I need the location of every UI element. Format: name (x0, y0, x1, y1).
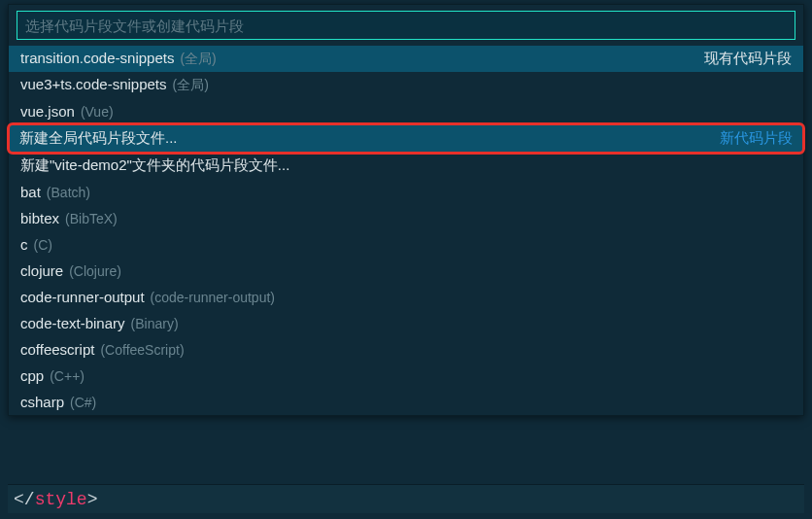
list-item-detail: (Binary) (131, 316, 179, 331)
code-line: </style> (14, 490, 97, 509)
list-item-detail: (C++) (50, 368, 85, 384)
list-item-right: 现有代码片段 (704, 50, 792, 68)
list-item-left: cpp(C++) (20, 367, 85, 384)
search-input[interactable] (17, 11, 795, 40)
list-item[interactable]: c(C) (9, 231, 803, 258)
list-item-label: csharp (20, 394, 64, 410)
list-item-detail: (Vue) (81, 104, 114, 120)
list-item[interactable]: coffeescript(CoffeeScript) (9, 336, 803, 363)
list-item[interactable]: 新建全局代码片段文件...新代码片段 (7, 122, 805, 155)
list-item-label: bibtex (20, 210, 59, 226)
snippet-list: transition.code-snippets(全局)现有代码片段vue3+t… (9, 46, 803, 415)
list-item-left: 新建"vite-demo2"文件夹的代码片段文件... (20, 156, 289, 175)
list-item-left: bibtex(BibTeX) (20, 210, 118, 226)
list-item[interactable]: code-runner-output(code-runner-output) (9, 284, 803, 310)
list-item[interactable]: transition.code-snippets(全局)现有代码片段 (9, 46, 803, 72)
list-item-left: code-runner-output(code-runner-output) (20, 289, 275, 305)
list-item[interactable]: code-text-binary(Binary) (9, 310, 803, 336)
code-bracket-open: < (14, 490, 24, 509)
list-item-left: clojure(Clojure) (20, 262, 121, 279)
list-item-label: 新建全局代码片段文件... (19, 129, 178, 148)
list-item-detail: (全局) (173, 77, 209, 94)
list-item-label: clojure (20, 262, 63, 279)
list-item-left: csharp(C#) (20, 394, 96, 410)
list-item-detail: (C) (34, 237, 52, 253)
list-item-detail: (全局) (180, 51, 216, 68)
list-item-label: code-text-binary (20, 315, 125, 331)
list-item[interactable]: bibtex(BibTeX) (9, 205, 803, 231)
list-item-label: transition.code-snippets (20, 50, 174, 66)
list-item-label: bat (20, 184, 41, 200)
list-item-left: coffeescript(CoffeeScript) (20, 341, 185, 358)
list-item-detail: (Clojure) (69, 263, 121, 279)
list-item[interactable]: vue3+ts.code-snippets(全局) (9, 72, 803, 98)
list-item-left: bat(Batch) (20, 184, 90, 200)
list-item-left: code-text-binary(Binary) (20, 315, 179, 331)
search-wrapper (9, 5, 803, 46)
list-item-left: vue.json(Vue) (20, 103, 114, 120)
list-item-left: 新建全局代码片段文件... (19, 129, 178, 148)
list-item-right: 新代码片段 (720, 129, 793, 148)
list-item[interactable]: csharp(C#) (9, 389, 803, 415)
list-item-label: cpp (20, 367, 44, 384)
list-item-detail: (Batch) (47, 185, 90, 200)
list-item-left: transition.code-snippets(全局) (20, 50, 217, 68)
list-item-label: vue.json (20, 103, 75, 120)
code-tag-name: style (35, 490, 87, 509)
list-item-label: vue3+ts.code-snippets (20, 76, 167, 92)
list-item-detail: (CoffeeScript) (100, 342, 184, 358)
quickpick-container: transition.code-snippets(全局)现有代码片段vue3+t… (8, 4, 804, 416)
list-item[interactable]: bat(Batch) (9, 179, 803, 205)
list-item-label: 新建"vite-demo2"文件夹的代码片段文件... (20, 156, 289, 175)
list-item-label: code-runner-output (20, 289, 145, 305)
list-item-detail: (code-runner-output) (151, 290, 275, 305)
list-item[interactable]: vue.json(Vue) (9, 98, 803, 124)
list-item-left: vue3+ts.code-snippets(全局) (20, 76, 209, 94)
editor-background: </style> (8, 484, 804, 513)
list-item-detail: (C#) (70, 395, 96, 410)
list-item-label: c (20, 236, 28, 253)
list-item[interactable]: 新建"vite-demo2"文件夹的代码片段文件... (9, 153, 803, 179)
list-item-left: c(C) (20, 236, 52, 253)
code-slash: / (24, 490, 35, 509)
list-item[interactable]: clojure(Clojure) (9, 258, 803, 284)
code-bracket-close: > (87, 490, 98, 509)
list-item-detail: (BibTeX) (65, 211, 118, 226)
list-item-label: coffeescript (20, 341, 94, 358)
list-item[interactable]: cpp(C++) (9, 363, 803, 389)
